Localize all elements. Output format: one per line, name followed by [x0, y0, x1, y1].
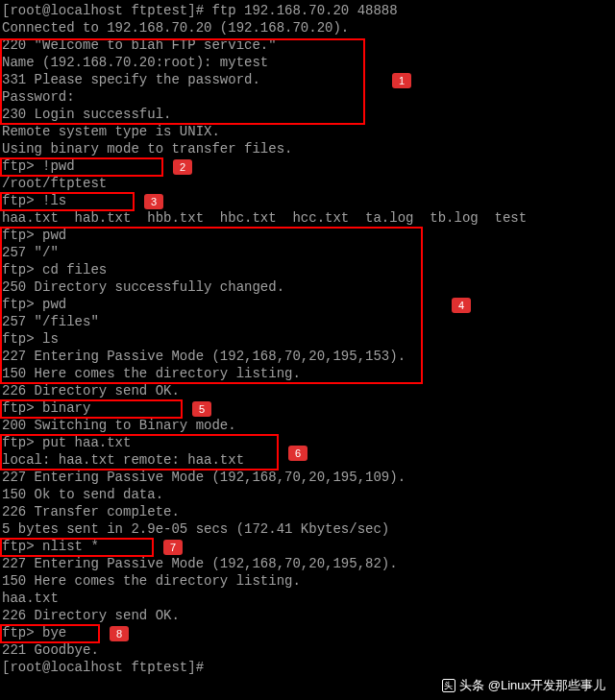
terminal-line: ftp> bye	[2, 624, 613, 641]
terminal-line: 200 Switching to Binary mode.	[2, 417, 613, 434]
terminal-line: 331 Please specify the password.	[2, 71, 613, 88]
terminal-line: 150 Here comes the directory listing.	[2, 572, 613, 590]
terminal-line: [root@localhost ftptest]# ftp 192.168.70…	[2, 2, 613, 19]
annotation-badge-6: 6	[288, 446, 308, 461]
terminal-line: [root@localhost ftptest]#	[2, 659, 613, 676]
terminal-line: Password:	[2, 88, 613, 106]
watermark-handle: @Linux开发那些事儿	[488, 677, 605, 694]
annotation-badge-4: 4	[452, 298, 471, 313]
terminal-line: 227 Entering Passive Mode (192,168,70,20…	[2, 469, 613, 486]
terminal-line: ftp> pwd	[2, 296, 613, 313]
terminal-line: 220 "Welcome to blah FTP service."	[2, 36, 613, 54]
annotation-badge-5: 5	[192, 401, 211, 417]
terminal-line: 150 Ok to send data.	[2, 486, 613, 503]
terminal-line: ftp> cd files	[2, 261, 613, 278]
terminal-line: /root/ftptest	[2, 175, 613, 192]
terminal-line: ftp> ls	[2, 330, 613, 348]
watermark-prefix: 头条	[459, 677, 484, 694]
terminal-line: 226 Directory send OK.	[2, 382, 613, 399]
terminal-line: 5 bytes sent in 2.9e-05 secs (172.41 Kby…	[2, 520, 613, 538]
terminal-line: 150 Here comes the directory listing.	[2, 365, 613, 382]
watermark: 头 头条 @Linux开发那些事儿	[442, 677, 605, 694]
annotation-badge-2: 2	[173, 159, 192, 175]
terminal-line: haa.txt	[2, 590, 613, 607]
terminal-line: Name (192.168.70.20:root): mytest	[2, 54, 613, 71]
terminal-line: 250 Directory successfully changed.	[2, 278, 613, 296]
terminal-line: local: haa.txt remote: haa.txt	[2, 451, 613, 469]
terminal-line: 257 "/"	[2, 244, 613, 261]
terminal-line: 221 Goodbye.	[2, 641, 613, 659]
terminal-line: 257 "/files"	[2, 313, 613, 330]
terminal-line: ftp> !pwd	[2, 157, 613, 175]
terminal-line: ftp> pwd	[2, 227, 613, 244]
terminal-line: ftp> !ls	[2, 192, 613, 209]
terminal-line: ftp> put haa.txt	[2, 434, 613, 451]
annotation-badge-3: 3	[144, 194, 163, 209]
terminal-line: haa.txt hab.txt hbb.txt hbc.txt hcc.txt …	[2, 209, 613, 227]
annotation-badge-8: 8	[110, 626, 129, 641]
terminal-line: 227 Entering Passive Mode (192,168,70,20…	[2, 555, 613, 572]
terminal-line: 230 Login successful.	[2, 106, 613, 123]
annotation-badge-7: 7	[163, 540, 183, 555]
terminal-line: Using binary mode to transfer files.	[2, 140, 613, 157]
terminal-line: ftp> nlist *	[2, 538, 613, 555]
terminal-line: Remote system type is UNIX.	[2, 123, 613, 140]
annotation-badge-1: 1	[392, 73, 411, 88]
terminal-line: Connected to 192.168.70.20 (192.168.70.2…	[2, 19, 613, 36]
terminal-line: 226 Transfer complete.	[2, 503, 613, 520]
watermark-icon: 头	[442, 679, 455, 692]
terminal-line: 227 Entering Passive Mode (192,168,70,20…	[2, 348, 613, 365]
terminal-output: [root@localhost ftptest]# ftp 192.168.70…	[2, 2, 613, 676]
terminal-line: 226 Directory send OK.	[2, 607, 613, 624]
terminal-line: ftp> binary	[2, 399, 613, 417]
